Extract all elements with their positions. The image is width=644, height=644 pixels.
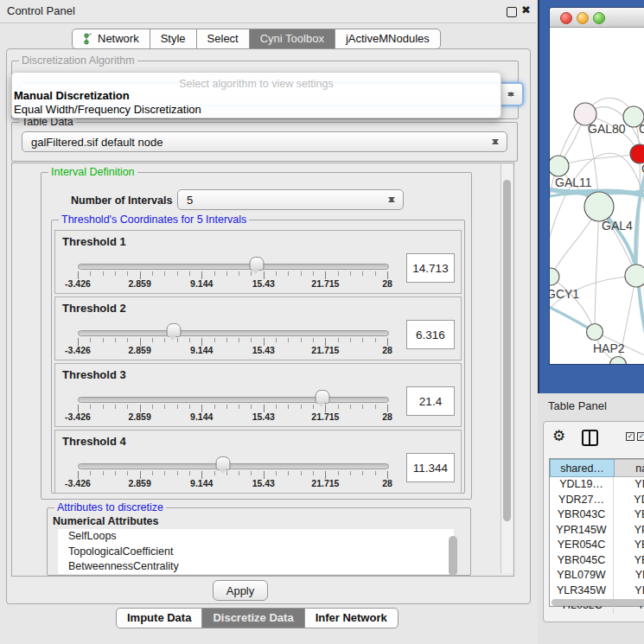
list-item[interactable]: BetweennessCentrality bbox=[58, 559, 454, 574]
slider-thumb[interactable] bbox=[166, 323, 181, 337]
num-intervals-value: 5 bbox=[187, 194, 193, 207]
attributes-group: Attributes to discretize Numerical Attri… bbox=[47, 507, 471, 576]
node-label: GCY1 bbox=[550, 287, 579, 301]
network-view-window: GAL80 G C GAL11 GAL4 GCY1 H HAP2 bbox=[538, 0, 644, 393]
tab-impute-data[interactable]: Impute Data bbox=[116, 608, 202, 628]
node-label: HAP2 bbox=[593, 341, 625, 355]
table-row[interactable]: YER054C YER0 bbox=[550, 538, 644, 553]
table-row[interactable]: YBR043C YBR0 bbox=[550, 507, 644, 523]
table-row[interactable]: YPR145W YPR1 bbox=[550, 523, 644, 539]
control-panel-titlebar: Control Panel ✖ bbox=[0, 0, 536, 23]
float-window-icon[interactable] bbox=[507, 7, 517, 17]
table-header-row: shared… name bbox=[550, 459, 644, 477]
numerical-attributes-label: Numerical Attributes bbox=[53, 515, 158, 527]
tab-discretize-data[interactable]: Discretize Data bbox=[201, 608, 304, 628]
toolbox-tab-bar: Network Style Select Cyni Toolbox jActiv… bbox=[73, 29, 441, 49]
node-table: shared… name YDL19… YDL1 YDR27… YDR2 bbox=[549, 458, 644, 607]
column-header-shared-name[interactable]: shared… bbox=[550, 459, 615, 477]
list-item[interactable]: TopologicalCoefficient bbox=[58, 545, 454, 560]
tab-label: Network bbox=[98, 29, 139, 48]
apply-button[interactable]: Apply bbox=[213, 580, 268, 601]
network-canvas[interactable]: GAL80 G C GAL11 GAL4 GCY1 H HAP2 bbox=[550, 28, 644, 364]
split-panel-icon[interactable] bbox=[582, 430, 598, 446]
threshold-label: Threshold 1 bbox=[62, 235, 126, 248]
group-title: Attributes to discretize bbox=[54, 501, 166, 513]
tab-cyni-toolbox[interactable]: Cyni Toolbox bbox=[249, 29, 335, 49]
attributes-list-scrollbar[interactable] bbox=[449, 536, 457, 576]
threshold-value-field[interactable]: 11.344 bbox=[406, 453, 455, 482]
threshold-row: Threshold 3 -3.426 2.859 9.144 15.43 21.… bbox=[54, 363, 462, 427]
column-header-name[interactable]: name bbox=[615, 459, 644, 477]
group-title: Discretization Algorithm bbox=[19, 54, 137, 67]
network-window-titlebar[interactable] bbox=[550, 8, 644, 28]
table-data-combo[interactable]: galFiltered.sif default node bbox=[22, 131, 507, 152]
threshold-rows: Threshold 1 -3.426 2.859 9.144 15.43 21.… bbox=[54, 230, 462, 496]
node-label: GAL11 bbox=[555, 175, 592, 189]
node-hap2[interactable] bbox=[587, 324, 603, 341]
tab-jactivemnodules[interactable]: jActiveMNodules bbox=[335, 29, 441, 49]
algorithm-dropdown-popup: Select algorithm to view settings Manual… bbox=[11, 72, 501, 118]
threshold-value-field[interactable]: 14.713 bbox=[406, 253, 455, 283]
scrollbar-thumb[interactable] bbox=[503, 180, 511, 521]
slider-scale: -3.426 2.859 9.144 15.43 21.715 28 bbox=[78, 345, 387, 355]
table-data-combo-value: galFiltered.sif default node bbox=[31, 136, 163, 149]
tab-infer-network[interactable]: Infer Network bbox=[304, 608, 399, 628]
slider-thumb[interactable] bbox=[216, 456, 231, 470]
slider-track[interactable] bbox=[78, 397, 389, 403]
settings-vertical-scrollbar[interactable] bbox=[501, 164, 513, 573]
column-visibility-icons[interactable]: ✓ ✓ bbox=[626, 432, 644, 441]
gear-icon[interactable]: ⚙ bbox=[552, 427, 565, 445]
slider-thumb[interactable] bbox=[249, 257, 264, 271]
control-panel-title: Control Panel bbox=[7, 4, 75, 17]
table-row[interactable]: YDL19… YDL1 bbox=[550, 477, 644, 493]
thresholds-group: Threshold's Coordinates for 5 Intervals … bbox=[51, 220, 465, 494]
threshold-label: Threshold 4 bbox=[62, 435, 126, 448]
interval-definition-group: Interval Definition Number of Intervals … bbox=[41, 172, 472, 500]
table-panel-title: Table Panel bbox=[548, 399, 607, 412]
tab-select[interactable]: Select bbox=[196, 29, 250, 49]
node-bottom-partial[interactable] bbox=[610, 357, 627, 365]
checkbox-checked-icon: ✓ bbox=[626, 432, 634, 441]
threshold-row: Threshold 2 -3.426 2.859 9.144 15.43 21.… bbox=[54, 296, 462, 360]
minimize-traffic-light-icon[interactable] bbox=[577, 12, 589, 24]
slider-track[interactable] bbox=[78, 463, 389, 469]
table-row[interactable]: YLR345W YLR3 bbox=[550, 583, 644, 599]
close-icon[interactable]: ✖ bbox=[521, 3, 531, 16]
table-row[interactable]: YBR045C YBR0 bbox=[550, 553, 644, 569]
table-row[interactable]: YBL079W YBL0 bbox=[550, 568, 644, 583]
checkbox-checked-icon: ✓ bbox=[637, 432, 644, 441]
slider-thumb[interactable] bbox=[315, 390, 329, 404]
close-traffic-light-icon[interactable] bbox=[560, 12, 572, 24]
numerical-attributes-list: SelfLoopsTopologicalCoefficientBetweenne… bbox=[58, 529, 454, 574]
threshold-row: Threshold 4 -3.426 2.859 9.144 15.43 21.… bbox=[54, 430, 462, 494]
settings-scrollpane: Interval Definition Number of Intervals … bbox=[11, 163, 514, 577]
slider-track[interactable] bbox=[78, 264, 389, 270]
num-intervals-label: Number of Intervals bbox=[71, 194, 172, 207]
threshold-label: Threshold 2 bbox=[62, 302, 126, 315]
algorithm-hint-text: Select algorithm to view settings bbox=[12, 78, 501, 90]
node-gal11[interactable] bbox=[550, 156, 569, 176]
zoom-traffic-light-icon[interactable] bbox=[593, 12, 605, 24]
network-graph: GAL80 G C GAL11 GAL4 GCY1 H HAP2 bbox=[550, 28, 644, 364]
menu-item-manual-discretization[interactable]: Manual Discretization bbox=[14, 89, 130, 102]
tab-network[interactable]: Network bbox=[72, 29, 150, 49]
table-row[interactable]: YDR27… YDR2 bbox=[550, 493, 644, 508]
tab-style[interactable]: Style bbox=[150, 29, 197, 49]
node-red[interactable] bbox=[630, 144, 644, 163]
node-h[interactable] bbox=[625, 265, 644, 287]
network-icon bbox=[83, 33, 93, 45]
num-intervals-combo[interactable]: 5 bbox=[177, 189, 404, 210]
group-title: Threshold's Coordinates for 5 Intervals bbox=[59, 214, 249, 226]
slider-scale: -3.426 2.859 9.144 15.43 21.715 28 bbox=[78, 478, 387, 488]
menu-item-equal-width-frequency[interactable]: Equal Width/Frequency Discretization bbox=[14, 103, 201, 116]
threshold-value-field[interactable]: 6.316 bbox=[406, 320, 455, 349]
slider-scale: -3.426 2.859 9.144 15.43 21.715 28 bbox=[78, 278, 387, 289]
node-gal4[interactable] bbox=[584, 192, 614, 221]
threshold-value-field[interactable]: 21.4 bbox=[406, 386, 455, 416]
threshold-row: Threshold 1 -3.426 2.859 9.144 15.43 21.… bbox=[54, 230, 462, 294]
threshold-label: Threshold 3 bbox=[62, 368, 126, 381]
slider-track[interactable] bbox=[78, 330, 389, 336]
list-item[interactable]: SelfLoops bbox=[58, 529, 454, 545]
table-horizontal-scrollbar[interactable] bbox=[552, 599, 644, 606]
group-title: Interval Definition bbox=[48, 166, 137, 178]
